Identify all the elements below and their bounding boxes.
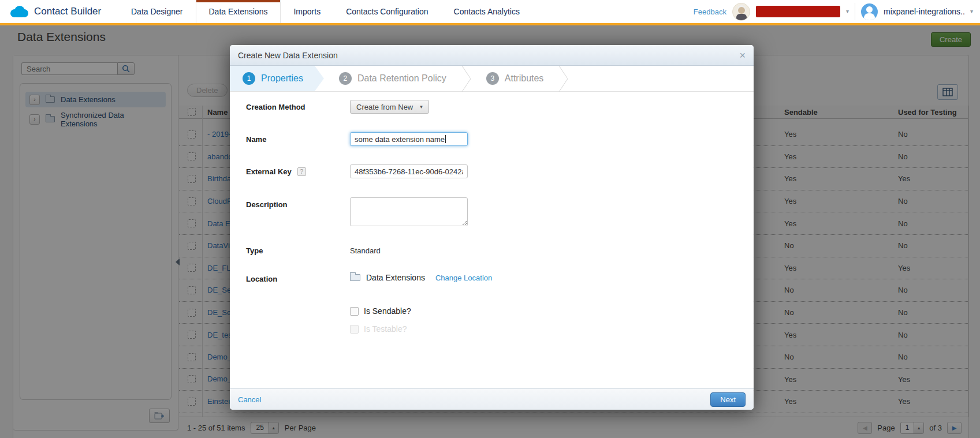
nav-item-imports[interactable]: Imports — [281, 0, 333, 23]
creation-method-row: Creation Method Create from New ▾ — [246, 100, 429, 114]
chevron-down-icon: ▾ — [420, 104, 423, 110]
external-key-input[interactable] — [350, 164, 468, 178]
step-number-badge: 3 — [486, 72, 499, 85]
step-number-badge: 2 — [339, 72, 352, 85]
nav-item-contacts-configuration[interactable]: Contacts Configuration — [333, 0, 441, 23]
einstein-avatar[interactable] — [732, 3, 750, 21]
location-value: Data Extensions — [366, 273, 425, 282]
nav-item-contacts-analytics[interactable]: Contacts Analytics — [441, 0, 532, 23]
step-label: Properties — [261, 73, 303, 84]
modal-header: Create New Data Extension × — [230, 45, 754, 66]
type-row: Type Standard — [246, 244, 381, 255]
create-data-extension-modal: Create New Data Extension × 1 Properties… — [230, 45, 754, 410]
is-sendable-label: Is Sendable? — [364, 306, 411, 316]
help-icon[interactable]: ? — [297, 167, 306, 176]
name-value: some data extension name — [355, 135, 445, 144]
text-cursor — [445, 135, 446, 143]
creation-method-dropdown[interactable]: Create from New ▾ — [350, 100, 429, 114]
is-testable-label: Is Testable? — [364, 324, 407, 334]
is-testable-row: Is Testable? — [350, 324, 407, 334]
user-menu-chevron-down-icon[interactable]: ▾ — [970, 9, 973, 14]
nav-item-data-designer[interactable]: Data Designer — [118, 0, 196, 23]
nav-item-data-extensions[interactable]: Data Extensions — [196, 0, 281, 23]
name-row: Name some data extension name — [246, 132, 468, 146]
description-row: Description — [246, 197, 468, 226]
chevron-down-icon[interactable]: ▾ — [846, 9, 849, 14]
type-label: Type — [246, 244, 350, 255]
feedback-link[interactable]: Feedback — [694, 8, 726, 16]
description-label: Description — [246, 197, 350, 209]
step-data-retention-policy[interactable]: 2 Data Retention Policy — [324, 66, 461, 91]
modal-footer: Cancel Next — [230, 388, 754, 410]
is-sendable-row: Is Sendable? — [350, 306, 411, 316]
user-name: mixpanel-integrations... — [884, 7, 964, 16]
modal-title: Create New Data Extension — [238, 51, 338, 60]
cancel-link[interactable]: Cancel — [238, 395, 261, 404]
app-brand: Contact Builder — [0, 0, 118, 23]
folder-icon — [350, 274, 360, 281]
user-avatar-icon[interactable] — [861, 3, 878, 20]
is-testable-checkbox — [350, 325, 359, 334]
change-location-link[interactable]: Change Location — [435, 274, 492, 282]
step-attributes[interactable]: 3 Attributes — [471, 66, 559, 91]
creation-method-label: Creation Method — [246, 100, 350, 111]
name-input[interactable]: some data extension name — [350, 132, 468, 146]
step-separator — [558, 66, 568, 91]
step-label: Attributes — [505, 73, 544, 84]
is-sendable-checkbox[interactable] — [350, 307, 359, 316]
step-properties[interactable]: 1 Properties — [230, 66, 324, 91]
creation-method-value: Create from New — [356, 103, 413, 111]
nav-divider — [855, 3, 855, 20]
redacted-account-selector[interactable] — [756, 6, 840, 17]
close-icon[interactable]: × — [739, 50, 746, 61]
external-key-label-text: External Key — [246, 167, 292, 176]
nav-right-cluster: Feedback ▾ mixpanel-integrations... ▾ — [694, 0, 980, 23]
modal-body: Creation Method Create from New ▾ Name s… — [230, 92, 754, 388]
step-number-badge: 1 — [243, 72, 255, 85]
modal-steps: 1 Properties 2 Data Retention Policy 3 A… — [230, 66, 754, 92]
top-nav: Contact Builder Data Designer Data Exten… — [0, 0, 980, 25]
app-title: Contact Builder — [34, 6, 101, 17]
type-value: Standard — [350, 244, 381, 255]
external-key-row: External Key ? — [246, 164, 468, 178]
primary-nav: Data Designer Data Extensions Imports Co… — [118, 0, 532, 23]
location-label: Location — [246, 272, 350, 283]
name-label: Name — [246, 132, 350, 144]
salesforce-cloud-icon — [8, 5, 29, 18]
step-separator — [461, 66, 471, 91]
external-key-label: External Key ? — [246, 164, 350, 176]
location-row: Location Data Extensions Change Location — [246, 272, 492, 283]
description-textarea[interactable] — [350, 197, 468, 226]
step-label: Data Retention Policy — [357, 73, 446, 84]
next-button[interactable]: Next — [710, 392, 746, 407]
